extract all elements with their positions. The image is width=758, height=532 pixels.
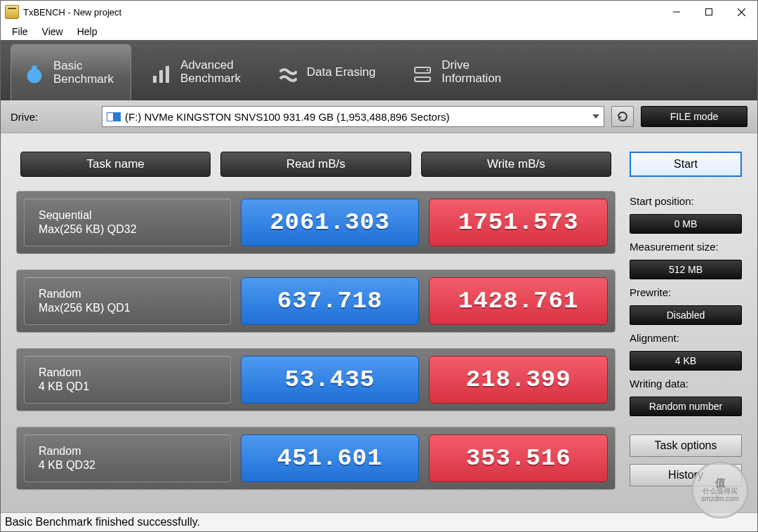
svg-rect-6 bbox=[32, 66, 36, 69]
write-value: 1428.761 bbox=[429, 277, 608, 325]
header-read: Read mB/s bbox=[220, 152, 411, 177]
window-controls bbox=[660, 1, 757, 23]
writing-data-label: Writing data: bbox=[630, 378, 742, 390]
write-value: 353.516 bbox=[429, 434, 608, 482]
write-value: 218.399 bbox=[429, 356, 608, 404]
task-name: Sequential bbox=[39, 208, 216, 222]
close-button[interactable] bbox=[725, 1, 757, 23]
drive-icon bbox=[412, 62, 433, 83]
alignment-label: Alignment: bbox=[630, 332, 742, 344]
result-row: Random Max(256 KB) QD1 637.718 1428.761 bbox=[16, 270, 616, 333]
start-position-label: Start position: bbox=[630, 195, 742, 207]
bars-icon bbox=[151, 62, 172, 83]
menu-help[interactable]: Help bbox=[70, 25, 105, 39]
tab-advanced-benchmark[interactable]: Advanced Benchmark bbox=[138, 44, 258, 100]
menu-view[interactable]: View bbox=[35, 25, 70, 39]
tab-drive-information[interactable]: Drive Information bbox=[399, 44, 518, 100]
svg-rect-9 bbox=[166, 66, 169, 83]
result-row: Random 4 KB QD1 53.435 218.399 bbox=[16, 348, 616, 411]
menubar: File View Help bbox=[1, 23, 757, 40]
stopwatch-icon bbox=[24, 62, 45, 84]
task-sub: Max(256 KB) QD1 bbox=[39, 301, 216, 315]
erase-icon bbox=[277, 62, 298, 83]
tab-label: Basic Benchmark bbox=[53, 60, 114, 86]
drive-select[interactable]: (F:) NVMe KINGSTON SNVS100 931.49 GB (1,… bbox=[102, 106, 604, 127]
task-cell: Sequential Max(256 KB) QD32 bbox=[24, 199, 231, 246]
header-task: Task name bbox=[20, 152, 211, 177]
titlebar: TxBENCH - New project bbox=[1, 1, 757, 23]
watermark: 值 什么值得买 smzdm.com bbox=[691, 461, 749, 519]
write-value: 1751.573 bbox=[429, 199, 608, 246]
svg-rect-8 bbox=[159, 70, 163, 83]
drive-label: Drive: bbox=[11, 111, 95, 123]
tab-label: Data Erasing bbox=[307, 66, 375, 79]
menu-file[interactable]: File bbox=[5, 25, 35, 39]
window-title: TxBENCH - New project bbox=[23, 7, 121, 18]
results-panel: Task name Read mB/s Write mB/s Sequentia… bbox=[16, 152, 616, 508]
task-cell: Random 4 KB QD32 bbox=[24, 434, 231, 482]
measurement-size-value[interactable]: 512 MB bbox=[630, 260, 742, 279]
maximize-button[interactable] bbox=[693, 1, 725, 23]
read-value: 2061.303 bbox=[241, 199, 420, 246]
result-row: Sequential Max(256 KB) QD32 2061.303 175… bbox=[16, 191, 616, 254]
task-name: Random bbox=[39, 444, 216, 458]
tab-basic-benchmark[interactable]: Basic Benchmark bbox=[11, 44, 131, 100]
svg-point-11 bbox=[427, 69, 429, 72]
status-text: Basic Benchmark finished successfully. bbox=[5, 516, 200, 528]
tab-data-erasing[interactable]: Data Erasing bbox=[265, 44, 392, 100]
svg-rect-7 bbox=[153, 76, 157, 83]
svg-rect-1 bbox=[706, 9, 712, 15]
result-row: Random 4 KB QD32 451.601 353.516 bbox=[16, 427, 616, 490]
prewrite-label: Prewrite: bbox=[630, 286, 742, 298]
drive-row: Drive: (F:) NVMe KINGSTON SNVS100 931.49… bbox=[1, 100, 757, 133]
drive-select-icon bbox=[107, 112, 121, 121]
chevron-down-icon bbox=[592, 114, 599, 119]
start-button[interactable]: Start bbox=[630, 152, 742, 177]
drive-select-value: (F:) NVMe KINGSTON SNVS100 931.49 GB (1,… bbox=[125, 111, 449, 123]
task-options-button[interactable]: Task options bbox=[630, 434, 742, 457]
task-cell: Random 4 KB QD1 bbox=[24, 356, 231, 404]
task-sub: Max(256 KB) QD32 bbox=[39, 222, 216, 237]
results-header-row: Task name Read mB/s Write mB/s bbox=[16, 152, 616, 177]
watermark-brand: 值 bbox=[715, 477, 726, 488]
task-sub: 4 KB QD1 bbox=[39, 380, 216, 394]
alignment-value[interactable]: 4 KB bbox=[630, 351, 742, 371]
svg-rect-12 bbox=[415, 77, 430, 81]
read-value: 451.601 bbox=[241, 434, 420, 482]
refresh-button[interactable] bbox=[611, 106, 634, 127]
toolbar-tabs: Basic Benchmark Advanced Benchmark Data … bbox=[1, 40, 757, 100]
task-name: Random bbox=[39, 366, 216, 380]
sidebar: Start Start position: 0 MB Measurement s… bbox=[630, 152, 742, 508]
statusbar: Basic Benchmark finished successfully. bbox=[1, 512, 757, 531]
app-window: TxBENCH - New project File View Help Bas… bbox=[0, 0, 758, 532]
tab-label: Advanced Benchmark bbox=[180, 59, 241, 85]
read-value: 53.435 bbox=[241, 356, 420, 404]
content: Task name Read mB/s Write mB/s Sequentia… bbox=[1, 133, 757, 512]
start-position-value[interactable]: 0 MB bbox=[630, 214, 742, 234]
read-value: 637.718 bbox=[241, 277, 420, 325]
task-cell: Random Max(256 KB) QD1 bbox=[24, 277, 231, 325]
header-write: Write mB/s bbox=[421, 152, 611, 177]
tab-label: Drive Information bbox=[441, 59, 501, 85]
prewrite-value[interactable]: Disabled bbox=[630, 305, 742, 325]
minimize-button[interactable] bbox=[660, 1, 693, 23]
measurement-size-label: Measurement size: bbox=[630, 241, 742, 253]
app-icon bbox=[5, 5, 19, 19]
task-name: Random bbox=[39, 287, 216, 301]
writing-data-value[interactable]: Random number bbox=[630, 397, 742, 416]
watermark-line2: smzdm.com bbox=[701, 496, 739, 503]
task-sub: 4 KB QD32 bbox=[39, 458, 216, 472]
file-mode-button[interactable]: FILE mode bbox=[641, 106, 747, 127]
